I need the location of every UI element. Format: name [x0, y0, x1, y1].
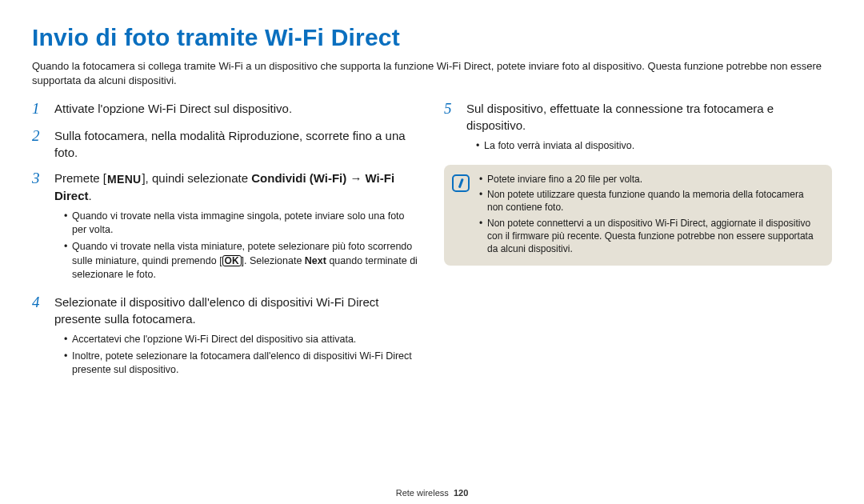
step-1: 1 Attivate l'opzione Wi-Fi Direct sul di… [32, 100, 420, 118]
step-2: 2 Sulla fotocamera, nella modalità Ripro… [32, 127, 420, 162]
list-item: La foto verrà inviata al dispositivo. [476, 139, 832, 153]
step-number: 5 [444, 100, 458, 156]
footer-section: Rete wireless [396, 488, 449, 498]
sub-list: Quando vi trovate nella vista immagine s… [54, 210, 420, 282]
step-text: Premete [MENU], quindi selezionate Condi… [54, 170, 420, 204]
list-item: Quando vi trovate nella vista miniature,… [64, 240, 420, 282]
columns: 1 Attivate l'opzione Wi-Fi Direct sul di… [32, 100, 832, 389]
right-column: 5 Sul dispositivo, effettuate la conness… [444, 100, 832, 389]
list-item: Non potete utilizzare questa funzione qu… [479, 188, 821, 214]
ok-button-icon: OK [222, 255, 242, 266]
step-text: Sul dispositivo, effettuate la connessio… [466, 100, 832, 134]
step-text: Attivate l'opzione Wi-Fi Direct sul disp… [54, 100, 420, 117]
list-item: Non potete connettervi a un dispositivo … [479, 217, 821, 256]
left-column: 1 Attivate l'opzione Wi-Fi Direct sul di… [32, 100, 420, 389]
manual-page: Invio di foto tramite Wi-Fi Direct Quand… [0, 0, 864, 504]
sub-list: La foto verrà inviata al dispositivo. [466, 139, 832, 153]
step-number: 4 [32, 294, 46, 380]
footer-page-number: 120 [454, 488, 468, 498]
list-item: Inoltre, potete selezionare la fotocamer… [64, 350, 420, 378]
text-fragment: Premete [ [54, 171, 106, 185]
sub-list: Accertatevi che l'opzione Wi-Fi Direct d… [54, 333, 420, 378]
text-fragment: ], quindi selezionate [142, 171, 251, 185]
list-item: Quando vi trovate nella vista immagine s… [64, 210, 420, 238]
text-fragment: . [89, 189, 92, 202]
text-fragment: ]. Selezionate [242, 255, 305, 266]
step-number: 3 [32, 170, 46, 285]
step-number: 1 [32, 100, 46, 118]
note-list: Potete inviare fino a 20 file per volta.… [479, 173, 821, 258]
page-footer: Rete wireless 120 [0, 488, 864, 498]
bold-text: Next [305, 255, 326, 266]
intro-text: Quando la fotocamera si collega tramite … [32, 59, 832, 87]
step-3: 3 Premete [MENU], quindi selezionate Con… [32, 170, 420, 285]
page-title: Invio di foto tramite Wi-Fi Direct [32, 24, 832, 51]
list-item: Potete inviare fino a 20 file per volta. [479, 173, 821, 186]
step-4: 4 Selezionate il dispositivo dall'elenco… [32, 294, 420, 380]
menu-button-icon: MENU [106, 172, 142, 188]
note-box: Potete inviare fino a 20 file per volta.… [444, 165, 832, 266]
step-5: 5 Sul dispositivo, effettuate la conness… [444, 100, 832, 156]
text-fragment: → [346, 171, 365, 185]
list-item: Accertatevi che l'opzione Wi-Fi Direct d… [64, 333, 420, 346]
note-icon [452, 174, 470, 192]
step-text: Selezionate il dispositivo dall'elenco d… [54, 294, 420, 328]
step-text: Sulla fotocamera, nella modalità Riprodu… [54, 127, 420, 162]
step-number: 2 [32, 127, 46, 162]
bold-text: Condividi (Wi-Fi) [251, 171, 346, 185]
